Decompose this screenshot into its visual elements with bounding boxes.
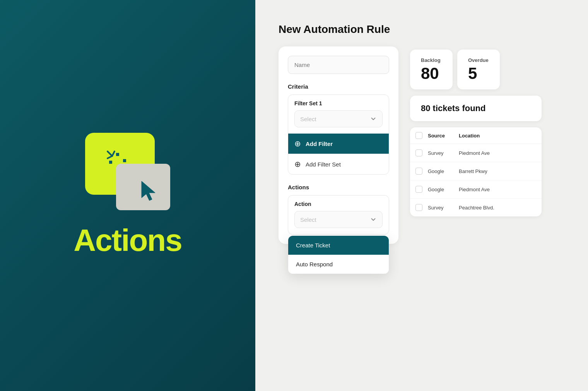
filter-select-text: Select (300, 116, 316, 122)
row-location: Barrett Pkwy (459, 168, 487, 174)
row-checkbox[interactable] (415, 149, 422, 156)
stats-row: Backlog 80 Overdue 5 (410, 50, 542, 89)
add-filter-set-button[interactable]: ⊕ Add Filter Set (288, 154, 389, 174)
table-body: Survey Piedmont Ave Google Barrett Pkwy … (410, 144, 542, 216)
svg-rect-3 (116, 153, 119, 156)
col-source-header: Source (428, 133, 459, 139)
plus-icon: ⊕ (294, 139, 301, 148)
hero-icon-container (85, 133, 170, 210)
page-title: New Automation Rule (279, 23, 398, 36)
svg-line-0 (108, 151, 112, 156)
table-row: Google Barrett Pkwy (410, 162, 542, 180)
svg-rect-4 (109, 161, 112, 164)
filter-select-dropdown[interactable]: Select (294, 110, 383, 127)
form-section: New Automation Rule Criteria Filter Set … (279, 23, 398, 376)
action-select-dropdown[interactable]: Select (294, 211, 383, 228)
backlog-label: Backlog (421, 57, 442, 63)
add-filter-label: Add Filter (306, 141, 333, 147)
backlog-value: 80 (421, 65, 442, 82)
chevron-down-icon (370, 115, 377, 122)
action-select-text: Select (300, 216, 316, 223)
left-panel: Actions (0, 0, 255, 391)
form-card: Criteria Filter Set 1 Select ⊕ Add Filte… (279, 46, 398, 244)
tickets-found-label: 80 tickets found (421, 103, 531, 113)
overdue-label: Overdue (468, 57, 489, 63)
criteria-box: Filter Set 1 Select ⊕ Add Filter ⊕ Add F… (288, 94, 389, 175)
row-checkbox[interactable] (415, 186, 422, 193)
row-source: Google (428, 187, 459, 192)
action-box: Action Select Create Ticket Auto Respond (288, 195, 389, 235)
add-filter-button[interactable]: ⊕ Add Filter (288, 134, 389, 154)
overdue-card: Overdue 5 (457, 50, 500, 89)
dropdown-create-ticket[interactable]: Create Ticket (288, 236, 389, 255)
right-panel: New Automation Rule Criteria Filter Set … (255, 0, 588, 391)
actions-section: Actions Action Select Create Ticket Auto… (288, 184, 389, 235)
cursor-icon (138, 179, 161, 204)
svg-line-2 (112, 151, 115, 156)
actions-section-label: Actions (288, 184, 389, 190)
table-row: Survey Piedmont Ave (410, 144, 542, 162)
table-row: Google Piedmont Ave (410, 180, 542, 199)
row-source: Survey (428, 150, 459, 156)
action-chevron-down-icon (370, 216, 377, 223)
table-header-row: Source Location (410, 127, 542, 144)
add-filter-set-label: Add Filter Set (306, 161, 341, 168)
svg-marker-6 (142, 181, 155, 201)
row-checkbox[interactable] (415, 204, 422, 211)
row-checkbox[interactable] (415, 168, 422, 175)
name-input[interactable] (288, 56, 389, 74)
tickets-table: Source Location Survey Piedmont Ave Goog… (410, 127, 542, 216)
svg-rect-5 (123, 159, 126, 162)
row-source: Survey (428, 205, 459, 211)
action-dropdown-menu: Create Ticket Auto Respond (288, 236, 389, 274)
stats-section: Backlog 80 Overdue 5 80 tickets found So… (410, 23, 542, 376)
backlog-card: Backlog 80 (410, 50, 453, 89)
col-location-header: Location (459, 133, 480, 139)
actions-title: Actions (74, 223, 181, 258)
tickets-found-card: 80 tickets found (410, 96, 542, 121)
row-location: Peachtree Blvd. (459, 205, 494, 211)
criteria-label: Criteria (288, 83, 389, 90)
row-location: Piedmont Ave (459, 150, 490, 156)
dropdown-auto-respond[interactable]: Auto Respond (288, 255, 389, 274)
plus-circle-icon: ⊕ (294, 159, 301, 169)
row-source: Google (428, 168, 459, 174)
svg-line-1 (108, 156, 112, 158)
filter-set-label: Filter Set 1 (288, 95, 389, 110)
row-location: Piedmont Ave (459, 187, 490, 192)
action-header: Action (288, 196, 389, 211)
table-row: Survey Peachtree Blvd. (410, 199, 542, 216)
header-checkbox[interactable] (415, 132, 422, 139)
overdue-value: 5 (468, 65, 489, 82)
